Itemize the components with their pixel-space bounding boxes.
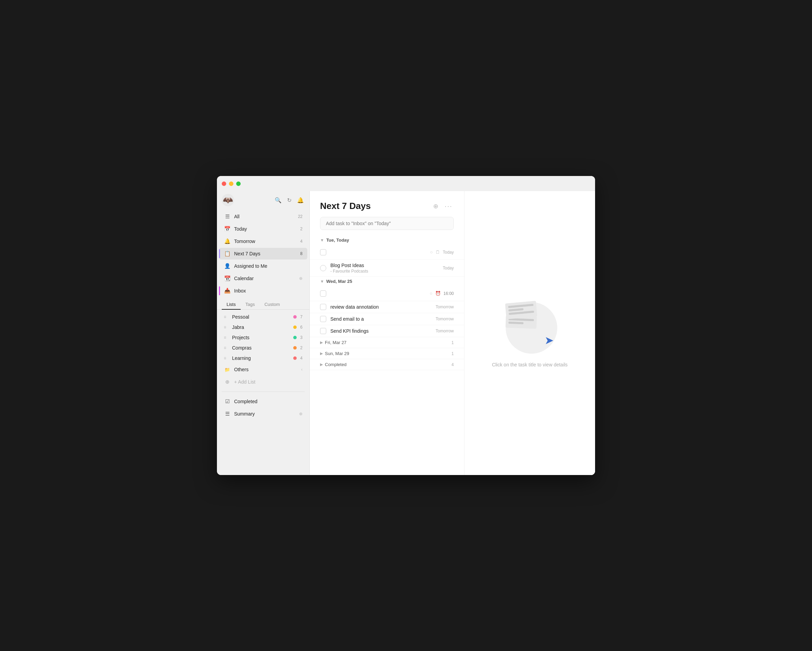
task-row-empty-1[interactable]: ○ 🗒 Today — [310, 245, 464, 260]
task-title-review: review data annotation — [330, 304, 432, 310]
sidebar-item-calendar[interactable]: 📆 Calendar ⊕ — [219, 273, 307, 284]
sidebar-item-inbox[interactable]: 📥 Inbox — [219, 285, 307, 297]
task-checkbox-2[interactable] — [320, 290, 326, 297]
more-button[interactable]: ··· — [443, 201, 454, 211]
sidebar-item-others[interactable]: 📁 Others ‹ — [219, 364, 307, 375]
page-title: Next 7 Days — [320, 201, 428, 211]
list-item-pessoal[interactable]: ≡ Pessoal 7 — [219, 312, 307, 322]
notification-button[interactable]: 🔔 — [296, 196, 305, 204]
task-checkbox-kpi[interactable] — [320, 328, 326, 334]
avatar[interactable]: 🦇 — [222, 194, 234, 206]
refresh-button[interactable]: ↻ — [286, 196, 292, 204]
nav-label-assigned: Assigned to Me — [234, 263, 299, 269]
alarm-icon: ○ — [430, 291, 432, 296]
collapsed-count-completed: 4 — [451, 362, 454, 367]
task-time-2: 16:00 — [443, 291, 454, 296]
list-count-jabra: 6 — [300, 325, 302, 329]
repeat-icon: ○ — [430, 250, 433, 255]
doc-line-3 — [509, 311, 534, 315]
list-tabs: Lists Tags Custom — [217, 298, 310, 310]
app-window: 🦇 🔍 ↻ 🔔 ☰ All 22 📅 Today 2 🔔 — [217, 176, 595, 475]
sidebar-item-next7[interactable]: 📋 Next 7 Days 8 — [219, 248, 307, 259]
maximize-button[interactable] — [236, 181, 241, 186]
task-row-empty-2[interactable]: ○ ⏰ 16:00 — [310, 286, 464, 301]
task-checkbox-email[interactable] — [320, 316, 326, 322]
list-item-learning[interactable]: ≡ Learning 4 — [219, 353, 307, 363]
task-meta-1: ○ 🗒 Today — [430, 250, 454, 255]
nav-label-all: All — [234, 214, 295, 219]
list-item-jabra[interactable]: ≡ Jabra 6 — [219, 322, 307, 332]
group-arrow-wed-mar25: ▼ — [320, 279, 324, 284]
sidebar-item-summary[interactable]: ☰ Summary ⊕ — [219, 408, 307, 420]
sidebar-item-tomorrow[interactable]: 🔔 Tomorrow 4 — [219, 235, 307, 247]
group-row-completed[interactable]: ▶ Completed 4 — [310, 359, 464, 370]
task-checkbox-review[interactable] — [320, 304, 326, 310]
detail-pane: ➤ Click on the task title to view detail… — [464, 191, 595, 475]
task-meta-email: Tomorrow — [435, 317, 454, 322]
header-icons: ⊕ ··· — [432, 201, 454, 211]
sidebar-item-all[interactable]: ☰ All 22 — [219, 211, 307, 223]
task-date-review: Tomorrow — [435, 305, 454, 309]
group-header-tue-today[interactable]: ▼ Tue, Today — [310, 235, 464, 245]
group-row-fri-mar27[interactable]: ▶ Fri, Mar 27 1 — [310, 337, 464, 348]
doc-line-2 — [508, 308, 524, 311]
nav-label-completed: Completed — [234, 399, 302, 404]
minimize-button[interactable] — [229, 181, 234, 186]
task-row-kpi[interactable]: Send KPI findings Tomorrow — [310, 325, 464, 337]
group-arrow-tue-today: ▼ — [320, 238, 324, 242]
task-row-blog[interactable]: Blog Post Ideas - Favourite Podcasts Tod… — [310, 260, 464, 277]
task-title-email: Send email to a — [330, 316, 432, 322]
sidebar-item-today[interactable]: 📅 Today 2 — [219, 223, 307, 235]
detail-hint: Click on the task title to view details — [492, 362, 568, 367]
collapsed-count-fri: 1 — [451, 340, 454, 345]
collapsed-count-sun: 1 — [451, 351, 454, 356]
list-item-projects[interactable]: ≡ Projects 3 — [219, 333, 307, 342]
group-header-wed-mar25[interactable]: ▼ Wed, Mar 25 — [310, 277, 464, 286]
search-button[interactable]: 🔍 — [274, 196, 282, 204]
task-checkbox-blog[interactable] — [320, 265, 326, 271]
cursor-icon: ➤ — [545, 334, 554, 347]
tomorrow-icon: 🔔 — [224, 238, 230, 245]
next7-icon: 📋 — [224, 250, 230, 257]
nav-label-others: Others — [234, 367, 298, 372]
summary-icon: ☰ — [224, 410, 230, 417]
nav-label-calendar: Calendar — [234, 276, 296, 281]
list-name-learning: Learning — [232, 355, 290, 361]
list-name-pessoal: Pessoal — [232, 314, 290, 320]
task-checkbox-1[interactable] — [320, 249, 326, 255]
bell-icon: ⏰ — [435, 291, 441, 296]
group-row-sun-mar29[interactable]: ▶ Sun, Mar 29 1 — [310, 348, 464, 359]
sidebar-top: 🦇 🔍 ↻ 🔔 — [217, 191, 310, 210]
nav-label-tomorrow: Tomorrow — [234, 239, 297, 244]
tab-custom[interactable]: Custom — [259, 300, 285, 310]
task-sub-blog: - Favourite Podcasts — [330, 269, 439, 274]
titlebar — [217, 176, 595, 191]
add-list-button[interactable]: ⊕ + Add List — [219, 376, 307, 388]
nav-badge-today: 2 — [300, 227, 302, 231]
nav-label-next7: Next 7 Days — [234, 251, 297, 256]
task-header: Next 7 Days ⊕ ··· — [310, 191, 464, 217]
tab-lists[interactable]: Lists — [222, 300, 241, 310]
filter-button[interactable]: ⊕ — [432, 201, 440, 211]
list-count-projects: 3 — [300, 335, 302, 340]
close-button[interactable] — [222, 181, 226, 186]
sidebar-item-completed[interactable]: ☑ Completed — [219, 396, 307, 407]
sidebar: 🦇 🔍 ↻ 🔔 ☰ All 22 📅 Today 2 🔔 — [217, 191, 310, 475]
list-dot-learning — [293, 357, 297, 360]
task-row-review[interactable]: review data annotation Tomorrow — [310, 301, 464, 313]
tab-tags[interactable]: Tags — [241, 300, 259, 310]
today-icon: 📅 — [224, 226, 230, 232]
sidebar-divider — [222, 392, 305, 392]
sidebar-top-icons: 🔍 ↻ 🔔 — [274, 196, 305, 204]
list-item-compras[interactable]: ≡ Compras 2 — [219, 343, 307, 353]
avatar-emoji: 🦇 — [222, 194, 234, 206]
task-meta-2: ○ ⏰ 16:00 — [430, 291, 454, 296]
assigned-icon: 👤 — [224, 262, 230, 270]
task-row-email[interactable]: Send email to a Tomorrow — [310, 313, 464, 325]
drag-icon: ≡ — [224, 356, 229, 361]
nav-badge-all: 22 — [298, 214, 302, 219]
add-task-input[interactable] — [320, 217, 454, 230]
sidebar-item-assigned[interactable]: 👤 Assigned to Me — [219, 260, 307, 272]
add-list-label: + Add List — [234, 379, 302, 385]
collapsed-arrow-fri: ▶ — [320, 340, 323, 345]
